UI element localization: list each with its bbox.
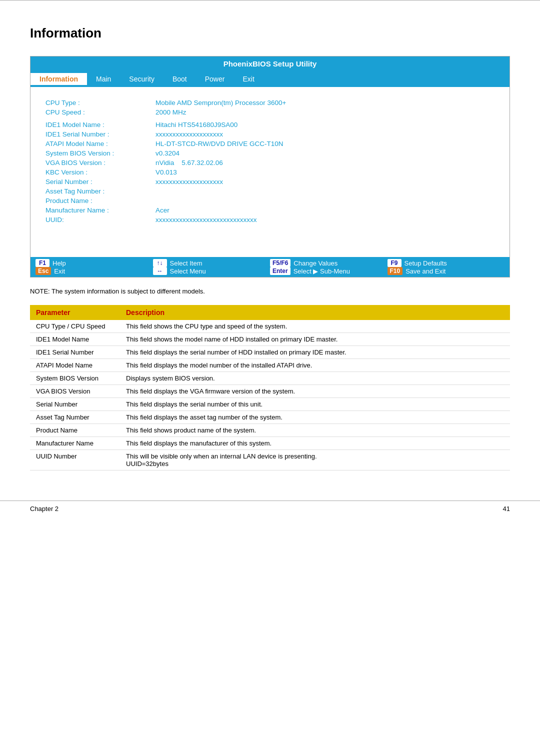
table-row: Serial Number This field displays the se… xyxy=(30,398,510,411)
table-row: CPU Type / CPU Speed This field shows th… xyxy=(30,320,510,333)
note-text: NOTE: The system information is subject … xyxy=(30,288,510,295)
table-row: System BIOS Version Displays system BIOS… xyxy=(30,372,510,385)
bios-label-atapi-model: ATAPI Model Name : xyxy=(46,140,156,148)
page-title: Information xyxy=(30,26,510,41)
table-row: UUID Number This will be visible only wh… xyxy=(30,450,510,470)
table-cell-desc: This field shows the model name of HDD i… xyxy=(120,333,510,346)
table-header-parameter: Parameter xyxy=(30,305,120,320)
table-row: Product Name This field shows product na… xyxy=(30,424,510,437)
bios-value-vga-bios: nVidia 5.67.32.02.06 xyxy=(156,159,223,166)
table-cell-desc: This field displays the manufacturer of … xyxy=(120,437,510,450)
bios-nav: Information Main Security Boot Power Exi… xyxy=(30,71,510,87)
table-row: IDE1 Serial Number This field displays t… xyxy=(30,346,510,359)
footer-arrow-select-menu: ↔ Select Menu xyxy=(153,267,270,275)
key-f9: F9 xyxy=(388,259,402,267)
bios-row: Manufacturer Name : Acer xyxy=(46,206,494,214)
page-number: 41 xyxy=(503,505,510,512)
table-row: Asset Tag Number This field displays the… xyxy=(30,411,510,424)
bios-body: CPU Type : Mobile AMD Sempron(tm) Proces… xyxy=(30,87,510,257)
bios-row: KBC Version : V0.013 xyxy=(46,168,494,176)
bios-value-serial: xxxxxxxxxxxxxxxxxxxx xyxy=(156,178,223,186)
nav-exit[interactable]: Exit xyxy=(234,73,263,85)
table-cell-param: CPU Type / CPU Speed xyxy=(30,320,120,333)
page-footer: Chapter 2 41 xyxy=(0,501,540,516)
key-esc: Esc xyxy=(36,267,51,275)
key-f5f6: F5/F6 xyxy=(270,259,290,267)
key-f10: F10 xyxy=(388,267,403,275)
footer-enter-label: Select ▶ Sub-Menu xyxy=(294,268,350,275)
bios-label-ide1-serial: IDE1 Serial Number : xyxy=(46,130,156,138)
bios-row: Asset Tag Number : xyxy=(46,188,494,195)
table-cell-desc: This field displays the model number of … xyxy=(120,359,510,372)
table-cell-desc: This field shows product name of the sys… xyxy=(120,424,510,437)
bios-row: Serial Number : xxxxxxxxxxxxxxxxxxxx xyxy=(46,178,494,186)
footer-arrow-menu-label: Select Menu xyxy=(170,268,206,275)
bios-label-system-bios: System BIOS Version : xyxy=(46,150,156,157)
bios-value-atapi-model: HL-DT-STCD-RW/DVD DRIVE GCC-T10N xyxy=(156,140,284,148)
table-cell-desc: This field displays the asset tag number… xyxy=(120,411,510,424)
bios-value-ide1-serial: xxxxxxxxxxxxxxxxxxxx xyxy=(156,130,223,138)
table-cell-param: IDE1 Model Name xyxy=(30,333,120,346)
bios-row: System BIOS Version : v0.3204 xyxy=(46,150,494,157)
bios-row: IDE1 Model Name : Hitachi HTS541680J9SA0… xyxy=(46,121,494,128)
bios-footer: F1 Help ↑↓ Select Item F5/F6 Change Valu… xyxy=(30,257,510,277)
footer-esc-label: Exit xyxy=(54,268,65,275)
bios-row: IDE1 Serial Number : xxxxxxxxxxxxxxxxxxx… xyxy=(46,130,494,138)
footer-f5f6-label: Change Values xyxy=(294,260,338,267)
key-enter: Enter xyxy=(270,267,290,275)
bios-label-ide1-model: IDE1 Model Name : xyxy=(46,121,156,128)
bios-label-asset-tag: Asset Tag Number : xyxy=(46,188,156,195)
table-cell-param: Asset Tag Number xyxy=(30,411,120,424)
nav-boot[interactable]: Boot xyxy=(164,73,196,85)
table-cell-param: IDE1 Serial Number xyxy=(30,346,120,359)
table-cell-param: Serial Number xyxy=(30,398,120,411)
key-arrow-ud: ↑↓ xyxy=(153,259,167,267)
footer-f9-label: Setup Defaults xyxy=(404,260,447,267)
nav-main[interactable]: Main xyxy=(87,73,120,85)
key-arrow-lr: ↔ xyxy=(153,267,167,275)
nav-security[interactable]: Security xyxy=(120,73,164,85)
table-cell-param: Product Name xyxy=(30,424,120,437)
bios-row: CPU Speed : 2000 MHz xyxy=(46,108,494,116)
bios-row: Product Name : xyxy=(46,197,494,204)
bios-row: VGA BIOS Version : nVidia 5.67.32.02.06 xyxy=(46,159,494,166)
nav-power[interactable]: Power xyxy=(196,73,234,85)
bios-row: UUID: xxxxxxxxxxxxxxxxxxxxxxxxxxxxxx xyxy=(46,216,494,224)
description-table: Parameter Description CPU Type / CPU Spe… xyxy=(30,305,510,470)
bios-value-ide1-model: Hitachi HTS541680J9SA00 xyxy=(156,121,238,128)
bios-label-manufacturer: Manufacturer Name : xyxy=(46,206,156,214)
table-cell-param: UUID Number xyxy=(30,450,120,470)
table-row: ATAPI Model Name This field displays the… xyxy=(30,359,510,372)
bios-label-kbc: KBC Version : xyxy=(46,168,156,176)
footer-esc: Esc Exit xyxy=(36,267,153,275)
bios-label-serial: Serial Number : xyxy=(46,178,156,186)
bios-label-cpu-type: CPU Type : xyxy=(46,99,156,106)
bios-value-cpu-speed: 2000 MHz xyxy=(156,108,186,116)
table-cell-desc: This field displays the serial number of… xyxy=(120,346,510,359)
bios-value-kbc: V0.013 xyxy=(156,168,177,176)
table-cell-param: ATAPI Model Name xyxy=(30,359,120,372)
bios-label-cpu-speed: CPU Speed : xyxy=(46,108,156,116)
footer-arrow-label: Select Item xyxy=(170,260,202,267)
table-header-description: Description xyxy=(120,305,510,320)
chapter-label: Chapter 2 xyxy=(30,505,58,512)
table-cell-param: VGA BIOS Version xyxy=(30,385,120,398)
footer-f10-label: Save and Exit xyxy=(406,268,446,275)
table-cell-desc: This will be visible only when an intern… xyxy=(120,450,510,470)
footer-f1-help: F1 Help xyxy=(36,259,153,267)
footer-f5f6: F5/F6 Change Values xyxy=(270,259,388,267)
table-cell-desc: This field displays the serial number of… xyxy=(120,398,510,411)
table-cell-param: Manufacturer Name xyxy=(30,437,120,450)
bios-value-uuid: xxxxxxxxxxxxxxxxxxxxxxxxxxxxxx xyxy=(156,216,257,224)
table-cell-desc: This field shows the CPU type and speed … xyxy=(120,320,510,333)
footer-f10: F10 Save and Exit xyxy=(388,267,505,275)
bios-label-vga-bios: VGA BIOS Version : xyxy=(46,159,156,166)
bios-row: ATAPI Model Name : HL-DT-STCD-RW/DVD DRI… xyxy=(46,140,494,148)
bios-title-bar: PhoenixBIOS Setup Utility xyxy=(30,56,510,71)
bios-label-product-name: Product Name : xyxy=(46,197,156,204)
bios-value-system-bios: v0.3204 xyxy=(156,150,180,157)
bios-value-manufacturer: Acer xyxy=(156,206,170,214)
nav-information[interactable]: Information xyxy=(30,73,87,85)
footer-f1-label: Help xyxy=(52,260,66,267)
footer-f9: F9 Setup Defaults xyxy=(388,259,505,267)
